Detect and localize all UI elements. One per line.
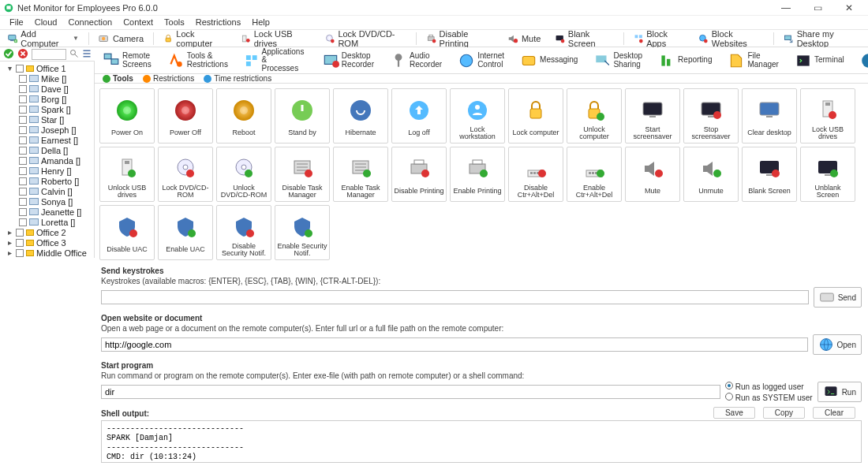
action-card[interactable]: Enable Printing	[450, 147, 505, 202]
block-websites-button[interactable]: Block Websites	[694, 28, 769, 49]
url-input[interactable]	[101, 337, 808, 352]
list-icon[interactable]	[82, 49, 92, 60]
tab-tools[interactable]: Tools	[103, 74, 133, 83]
disable-printing-button[interactable]: Disable Printing	[421, 28, 498, 49]
action-card[interactable]: Hibernate	[333, 88, 388, 144]
action-card[interactable]: Unmute	[683, 147, 739, 202]
tree-item[interactable]: Henry []	[3, 166, 94, 176]
tab-time-restrictions[interactable]: Time restrictions	[204, 74, 271, 83]
tree-item[interactable]: Joseph []	[3, 125, 94, 135]
camera-button[interactable]: Camera	[94, 32, 148, 45]
mute-button[interactable]: Mute	[503, 32, 545, 45]
action-card[interactable]: Lock workstation	[450, 88, 505, 144]
action-card[interactable]: Stop screensaver	[683, 88, 739, 144]
run-system-user-radio[interactable]: Run as SYSTEM user	[725, 393, 813, 402]
tree-item[interactable]: Star []	[3, 114, 94, 125]
lock-usb-button[interactable]: Lock USB drives	[236, 28, 316, 49]
menu-connection[interactable]: Connection	[63, 17, 117, 28]
action-card[interactable]: Stand by	[275, 88, 330, 144]
tree-group[interactable]: ▸Office 2	[3, 227, 94, 237]
action-card[interactable]: Reboot	[216, 88, 271, 144]
tree-item[interactable]: Sonya []	[3, 196, 94, 207]
module-button[interactable]: Reporting	[653, 50, 716, 71]
module-button[interactable]: Applications &Processes	[239, 47, 311, 74]
menu-file[interactable]: File	[5, 17, 28, 28]
action-card[interactable]: Log off	[391, 88, 447, 144]
menu-cloud[interactable]: Cloud	[30, 17, 62, 28]
tree-item[interactable]: Spark []	[3, 104, 94, 114]
action-card[interactable]: Enable Task Manager	[333, 147, 388, 202]
clear-button[interactable]: Clear	[813, 407, 855, 419]
tree-item[interactable]: Roberto []	[3, 176, 94, 186]
action-card[interactable]: Disable Ctr+Alt+Del	[508, 147, 563, 202]
module-button[interactable]: DesktopRecorder	[317, 50, 379, 71]
action-card[interactable]: Power Off	[158, 88, 213, 144]
tree-item[interactable]: Jeanette []	[3, 207, 94, 217]
module-button[interactable]: iSystemInfo	[855, 50, 868, 71]
open-button[interactable]: Open	[813, 334, 862, 355]
module-button[interactable]: AudioRecorder	[385, 50, 447, 71]
menu-help[interactable]: Help	[247, 17, 275, 28]
shell-output[interactable]: ----------------------------- SPARK [Dam…	[101, 420, 862, 463]
action-card[interactable]: Clear desktop	[742, 88, 797, 144]
block-apps-button[interactable]: Block Apps	[629, 28, 690, 49]
blank-screen-button[interactable]: Blank Screen	[550, 28, 618, 49]
search-icon[interactable]	[69, 49, 79, 60]
action-card[interactable]: Unlock USB drives	[99, 147, 155, 202]
module-button[interactable]: InternetControl	[453, 50, 509, 71]
module-button[interactable]: Tools &Restrictions	[163, 50, 233, 71]
lock-dvd-button[interactable]: Lock DVD/CD-ROM	[320, 28, 411, 49]
action-card[interactable]: Lock DVD/CD-ROM	[158, 147, 213, 202]
menu-context[interactable]: Context	[118, 17, 158, 28]
tree-item[interactable]: Loretta []	[3, 217, 94, 227]
action-card[interactable]: Power On	[99, 88, 155, 144]
tree-item[interactable]: Borg []	[3, 94, 94, 104]
tree-item[interactable]: Mike []	[3, 73, 94, 84]
action-card[interactable]: Enable Ctr+Alt+Del	[567, 147, 622, 202]
tree-group[interactable]: ▾Office 1	[3, 63, 94, 73]
tree-item[interactable]: Amanda []	[3, 155, 94, 166]
module-button[interactable]: Messaging	[515, 50, 582, 71]
action-card[interactable]: Unlock computer	[567, 88, 622, 144]
copy-button[interactable]: Copy	[763, 407, 805, 419]
run-button[interactable]: Run	[817, 382, 862, 402]
menu-restrictions[interactable]: Restrictions	[191, 17, 245, 28]
module-button[interactable]: RemoteScreens	[98, 50, 156, 71]
send-button[interactable]: Send	[814, 287, 862, 308]
tree-item[interactable]: Dave []	[3, 84, 94, 94]
action-card[interactable]: Lock computer	[508, 88, 563, 144]
action-card[interactable]: Mute	[625, 147, 680, 202]
save-button[interactable]: Save	[713, 407, 755, 419]
tree-item[interactable]: Calvin []	[3, 186, 94, 196]
check-all-icon[interactable]	[3, 48, 14, 61]
menu-tools[interactable]: Tools	[159, 17, 189, 28]
tree-item[interactable]: Della []	[3, 145, 94, 155]
uncheck-all-icon[interactable]	[17, 48, 28, 61]
action-card[interactable]: Disable Security Notif.	[216, 205, 271, 260]
close-button[interactable]: ✕	[838, 2, 860, 13]
action-card[interactable]: Unlock DVD/CD-ROM	[216, 147, 271, 202]
tree-group[interactable]: ▸Middle Office	[3, 248, 94, 258]
share-desktop-button[interactable]: Share my Desktop	[779, 28, 865, 49]
tree-search-input[interactable]	[32, 49, 66, 60]
tab-restrictions[interactable]: Restrictions	[143, 74, 194, 83]
command-input[interactable]	[101, 385, 720, 399]
action-card[interactable]: Enable Security Notif.	[275, 205, 330, 260]
action-card[interactable]: Start screensaver	[625, 88, 680, 144]
module-button[interactable]: Terminal	[790, 50, 849, 71]
action-card[interactable]: Unblank Screen	[800, 147, 855, 202]
maximize-button[interactable]: ▭	[806, 2, 829, 13]
action-card[interactable]: Lock USB drives	[800, 88, 855, 144]
action-card[interactable]: Enable UAC	[158, 205, 213, 260]
action-card[interactable]: Disable UAC	[99, 205, 155, 260]
tree-item[interactable]: Earnest []	[3, 135, 94, 145]
keystrokes-input[interactable]	[101, 290, 809, 304]
module-button[interactable]: DesktopSharing	[589, 50, 647, 71]
module-button[interactable]: FileManager	[723, 50, 783, 71]
run-logged-user-radio[interactable]: Run as logged user	[725, 382, 813, 391]
action-card[interactable]: Blank Screen	[742, 147, 797, 202]
action-card[interactable]: Disable Printing	[391, 147, 447, 202]
lock-computer-button[interactable]: Lock computer	[159, 28, 231, 49]
tree-group[interactable]: ▸Office 3	[3, 237, 94, 248]
action-card[interactable]: Disable Task Manager	[275, 147, 330, 202]
